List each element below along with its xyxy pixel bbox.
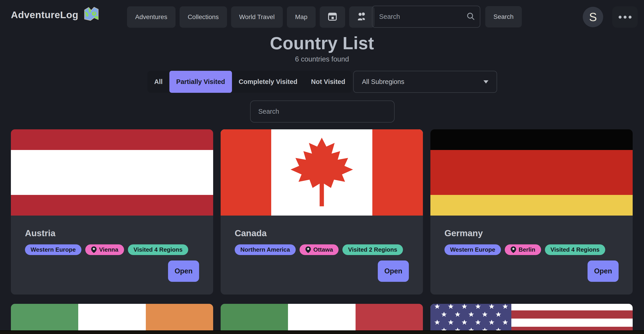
avatar[interactable]: S — [583, 7, 603, 27]
region-badge: Northern America — [235, 244, 296, 255]
map-pin-icon — [91, 246, 97, 253]
app-logo[interactable]: AdventureLog — [11, 7, 99, 23]
page-title: Country List — [0, 33, 644, 53]
capital-name: Ottawa — [314, 246, 333, 253]
visit-status-tabs: All Partially Visited Completely Visited… — [148, 71, 352, 93]
page-header: Country List 6 countries found — [0, 33, 644, 63]
nav-right-cluster: S — [583, 6, 638, 28]
more-options-button[interactable] — [612, 6, 638, 28]
nav-menu: Adventures Collections World Travel Map — [127, 6, 374, 28]
capital-name: Vienna — [99, 246, 118, 253]
nav-search-button[interactable]: Search — [485, 6, 522, 28]
tab-not-visited[interactable]: Not Visited — [304, 71, 352, 93]
open-button[interactable]: Open — [378, 260, 409, 282]
country-card-partial-3 — [430, 304, 633, 334]
search-icon — [466, 12, 475, 22]
users-icon — [357, 12, 367, 23]
open-button[interactable]: Open — [168, 260, 199, 282]
nav-search-input[interactable] — [372, 6, 480, 28]
country-card-partial-2 — [221, 304, 423, 334]
visited-regions-badge: Visited 4 Regions — [545, 244, 605, 255]
caret-down-icon — [484, 80, 488, 84]
badge-row: Northern America Ottawa Visited 2 Region… — [235, 244, 409, 255]
map-emoji-icon — [84, 7, 99, 23]
country-grid-row2 — [11, 304, 633, 334]
nav-item-collections[interactable]: Collections — [180, 6, 227, 28]
country-search-input[interactable] — [250, 101, 394, 123]
top-navbar: AdventureLog Adventures Collections Worl… — [0, 0, 644, 34]
nav-search-area: Search — [372, 6, 522, 28]
badge-row: Western Europe Vienna Visited 4 Regions — [25, 244, 199, 255]
results-count: 6 countries found — [0, 55, 644, 63]
country-card-germany: Germany Western Europe Berlin Visited 4 … — [430, 129, 633, 294]
capital-name: Berlin — [518, 246, 536, 253]
nav-item-map[interactable]: Map — [287, 6, 316, 28]
region-badge: Western Europe — [25, 244, 82, 255]
tab-completely-visited[interactable]: Completely Visited — [232, 71, 304, 93]
subregion-select[interactable]: All Subregions — [353, 71, 497, 93]
austria-flag — [11, 129, 213, 216]
visited-regions-badge: Visited 4 Regions — [128, 244, 188, 255]
subregion-selected-value: All Subregions — [362, 78, 404, 86]
card-body: Canada Northern America Ottawa Visited 2… — [221, 216, 423, 294]
capital-badge: Berlin — [505, 244, 541, 255]
country-name: Germany — [444, 228, 618, 238]
visited-regions-badge: Visited 2 Regions — [342, 244, 403, 255]
country-grid: Austria Western Europe Vienna Visited 4 … — [11, 129, 633, 294]
users-button[interactable] — [349, 6, 374, 28]
app-title: AdventureLog — [11, 9, 78, 21]
ireland-flag — [11, 304, 213, 334]
country-name: Austria — [25, 228, 199, 238]
filter-row: All Partially Visited Completely Visited… — [0, 71, 644, 93]
card-body: Austria Western Europe Vienna Visited 4 … — [11, 216, 213, 294]
tab-all[interactable]: All — [148, 71, 170, 93]
card-body: Germany Western Europe Berlin Visited 4 … — [430, 216, 633, 294]
calendar-button[interactable] — [320, 6, 345, 28]
map-pin-icon — [510, 246, 516, 253]
calendar-icon — [328, 11, 338, 23]
ellipsis-icon — [618, 16, 632, 19]
nav-item-adventures[interactable]: Adventures — [127, 6, 176, 28]
capital-badge: Ottawa — [300, 244, 339, 255]
capital-badge: Vienna — [85, 244, 124, 255]
canada-flag — [221, 129, 423, 216]
open-button[interactable]: Open — [588, 260, 618, 282]
badge-row: Western Europe Berlin Visited 4 Regions — [444, 244, 618, 255]
country-name: Canada — [235, 228, 409, 238]
italy-flag — [221, 304, 423, 334]
bottom-edge — [0, 330, 644, 334]
country-card-partial-1 — [11, 304, 213, 334]
country-card-austria: Austria Western Europe Vienna Visited 4 … — [11, 129, 213, 294]
usa-flag — [430, 304, 633, 334]
country-search-area — [250, 101, 394, 123]
tab-partially-visited[interactable]: Partially Visited — [170, 71, 232, 93]
avatar-initial: S — [589, 10, 597, 24]
region-badge: Western Europe — [444, 244, 501, 255]
map-pin-icon — [305, 246, 311, 253]
germany-flag — [430, 129, 633, 216]
country-card-canada: Canada Northern America Ottawa Visited 2… — [221, 129, 423, 294]
nav-item-world-travel[interactable]: World Travel — [231, 6, 283, 28]
